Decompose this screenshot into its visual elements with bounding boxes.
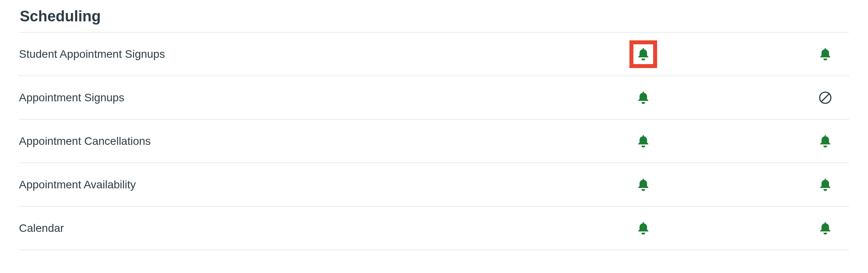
notification-toggle-col1[interactable]: [629, 214, 657, 242]
notification-toggle-col2[interactable]: [811, 84, 839, 112]
notification-toggle-col1[interactable]: [629, 127, 657, 155]
notification-toggle-col2[interactable]: [811, 40, 839, 68]
table-row: Appointment Availability: [19, 163, 849, 207]
notification-toggle-col2[interactable]: [811, 214, 839, 242]
row-label: Appointment Cancellations: [19, 119, 620, 163]
scheduling-table: Student Appointment Signups: [19, 32, 849, 250]
table-row: Appointment Signups: [19, 76, 849, 119]
row-label: Calendar: [19, 207, 620, 250]
bell-icon: [636, 90, 651, 105]
table-row: Student Appointment Signups: [19, 32, 849, 76]
notification-toggle-col1[interactable]: [629, 40, 657, 68]
notification-toggle-col1[interactable]: [629, 84, 657, 112]
bell-icon: [818, 134, 833, 149]
bell-icon: [636, 47, 651, 62]
table-row: Appointment Cancellations: [19, 119, 849, 163]
bell-icon: [818, 47, 833, 62]
bell-icon: [636, 134, 651, 149]
notification-toggle-col1[interactable]: [629, 171, 657, 199]
off-icon: [819, 91, 832, 104]
notification-toggle-col2[interactable]: [811, 171, 839, 199]
bell-icon: [636, 221, 651, 236]
row-label: Student Appointment Signups: [19, 32, 620, 76]
svg-line-1: [822, 94, 829, 101]
bell-icon: [636, 177, 651, 192]
section-title: Scheduling: [20, 8, 849, 25]
row-label: Appointment Signups: [19, 76, 620, 119]
notification-toggle-col2[interactable]: [811, 127, 839, 155]
bell-icon: [818, 221, 833, 236]
table-row: Calendar: [19, 207, 849, 250]
row-label: Appointment Availability: [19, 163, 620, 207]
bell-icon: [818, 177, 833, 192]
